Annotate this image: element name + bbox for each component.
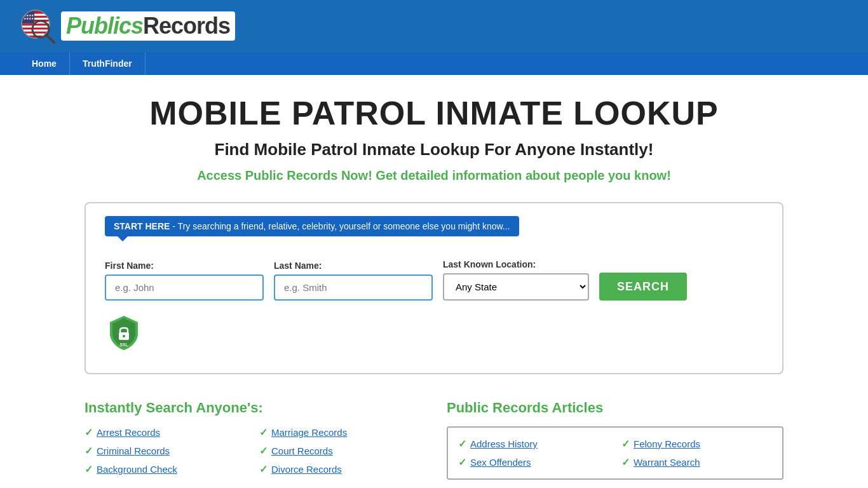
- checkmark-icon: ✓: [621, 456, 630, 468]
- checkmark-icon: ✓: [458, 438, 466, 450]
- logo-icon: ★★★★ ★★★★: [19, 8, 56, 44]
- record-link-item: ✓Background Check: [85, 463, 247, 475]
- record-link[interactable]: Arrest Records: [97, 427, 160, 438]
- bottom-sections: Instantly Search Anyone's: ✓Arrest Recor…: [85, 400, 783, 480]
- state-select[interactable]: Any StateAlabamaAlaskaArizonaArkansasCal…: [443, 273, 589, 301]
- last-name-label: Last Name:: [274, 261, 433, 271]
- checkmark-icon: ✓: [458, 456, 466, 468]
- search-fields: First Name: Last Name: Last Known Locati…: [105, 259, 763, 301]
- last-name-group: Last Name:: [274, 261, 433, 301]
- record-link-item: ✓Divorce Records: [259, 463, 421, 475]
- start-here-bold: START HERE: [114, 221, 170, 231]
- subtitle: Find Mobile Patrol Inmate Lookup For Any…: [38, 140, 830, 159]
- location-label: Last Known Location:: [443, 259, 589, 269]
- first-name-label: First Name:: [105, 261, 264, 271]
- record-link-item: ✓Arrest Records: [85, 426, 247, 438]
- svg-point-16: [123, 335, 125, 337]
- article-link-item: ✓Warrant Search: [621, 456, 772, 468]
- instantly-search-heading: Instantly Search Anyone's:: [85, 400, 421, 416]
- checkmark-icon: ✓: [85, 426, 93, 438]
- site-header: ★★★★ ★★★★ PublicsRecords: [0, 0, 868, 52]
- logo[interactable]: ★★★★ ★★★★ PublicsRecords: [19, 8, 235, 44]
- record-link[interactable]: Divorce Records: [271, 464, 342, 475]
- ssl-badge: SSL: [105, 301, 763, 354]
- nav-home[interactable]: Home: [19, 52, 70, 75]
- article-link[interactable]: Address History: [470, 438, 538, 449]
- record-link-item: ✓Criminal Records: [85, 445, 247, 457]
- article-link-item: ✓Address History: [458, 438, 609, 450]
- page-title: MOBILE PATROL INMATE LOOKUP: [38, 94, 830, 132]
- record-link[interactable]: Marriage Records: [271, 427, 347, 438]
- record-links-grid: ✓Arrest Records✓Marriage Records✓Crimina…: [85, 426, 421, 475]
- article-link[interactable]: Sex Offenders: [470, 457, 531, 468]
- checkmark-icon: ✓: [259, 445, 268, 457]
- checkmark-icon: ✓: [259, 463, 268, 475]
- tagline: Access Public Records Now! Get detailed …: [38, 168, 830, 183]
- articles-box: ✓Address History✓Felony Records✓Sex Offe…: [447, 426, 783, 480]
- public-records-articles-section: Public Records Articles ✓Address History…: [447, 400, 783, 480]
- start-here-badge: START HERE - Try searching a friend, rel…: [105, 216, 519, 236]
- svg-text:★★★★: ★★★★: [24, 17, 34, 20]
- article-link[interactable]: Felony Records: [634, 438, 700, 449]
- main-content: MOBILE PATROL INMATE LOOKUP Find Mobile …: [0, 75, 868, 488]
- search-box: START HERE - Try searching a friend, rel…: [85, 202, 783, 374]
- nav-truthfinder[interactable]: TruthFinder: [70, 52, 146, 75]
- navigation: Home TruthFinder: [0, 52, 868, 75]
- search-button[interactable]: SEARCH: [599, 273, 687, 301]
- first-name-group: First Name:: [105, 261, 264, 301]
- articles-heading: Public Records Articles: [447, 400, 783, 416]
- articles-links-inner: ✓Address History✓Felony Records✓Sex Offe…: [458, 438, 772, 468]
- record-link-item: ✓Court Records: [259, 445, 421, 457]
- svg-line-14: [46, 35, 54, 43]
- location-group: Last Known Location: Any StateAlabamaAla…: [443, 259, 589, 301]
- article-link[interactable]: Warrant Search: [634, 457, 700, 468]
- logo-text: PublicsRecords: [61, 11, 235, 41]
- record-link-item: ✓Marriage Records: [259, 426, 421, 438]
- svg-text:SSL: SSL: [119, 342, 128, 347]
- checkmark-icon: ✓: [621, 438, 630, 450]
- last-name-input[interactable]: [274, 274, 433, 301]
- record-link[interactable]: Criminal Records: [97, 445, 170, 456]
- svg-rect-7: [22, 30, 50, 32]
- checkmark-icon: ✓: [85, 463, 93, 475]
- checkmark-icon: ✓: [85, 445, 93, 457]
- first-name-input[interactable]: [105, 274, 264, 301]
- instantly-search-section: Instantly Search Anyone's: ✓Arrest Recor…: [85, 400, 421, 480]
- checkmark-icon: ✓: [259, 426, 268, 438]
- svg-rect-6: [22, 25, 50, 27]
- record-link[interactable]: Court Records: [271, 445, 333, 456]
- start-here-text: - Try searching a friend, relative, cele…: [170, 221, 510, 231]
- article-link-item: ✓Sex Offenders: [458, 456, 609, 468]
- record-link[interactable]: Background Check: [97, 464, 177, 475]
- article-link-item: ✓Felony Records: [621, 438, 772, 450]
